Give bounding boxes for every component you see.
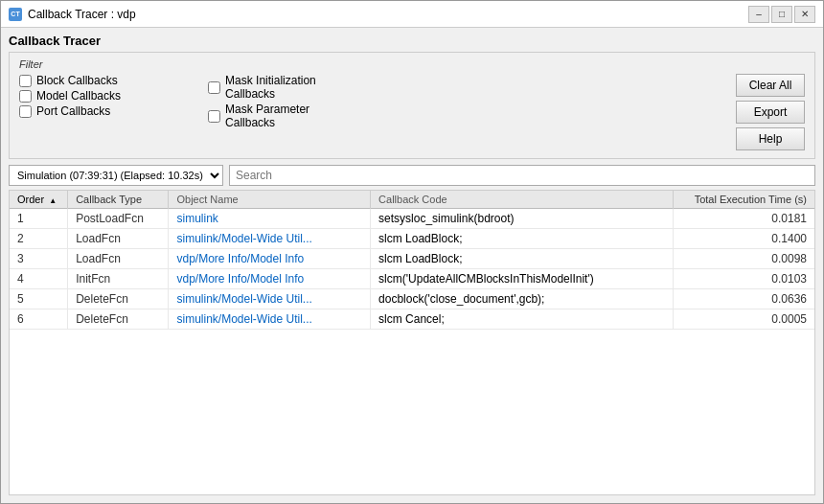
cell-exec-time: 0.0005 — [674, 309, 814, 330]
main-window: CT Callback Tracer : vdp – □ ✕ Callback … — [0, 0, 824, 504]
cell-object-name: vdp/More Info/Model Info — [169, 249, 371, 269]
cell-object-name: simulink — [169, 209, 371, 229]
title-bar-controls: – □ ✕ — [748, 6, 815, 23]
filter-col-right: Mask Initialization Callbacks Mask Param… — [208, 74, 339, 129]
table-row: 6DeleteFcnsimulink/Model-Wide Util...slc… — [10, 309, 814, 330]
search-input[interactable] — [229, 165, 815, 186]
cell-object-name: vdp/More Info/Model Info — [169, 269, 371, 289]
cell-object-name: simulink/Model-Wide Util... — [169, 309, 371, 330]
table-container: Order ▲ Callback Type Object Name Callba… — [9, 190, 815, 495]
object-name-link[interactable]: simulink/Model-Wide Util... — [176, 292, 311, 306]
simulation-dropdown[interactable]: Simulation (07:39:31) (Elapsed: 10.32s) — [9, 165, 223, 186]
cell-callback-type: InitFcn — [68, 269, 169, 289]
app-icon: CT — [9, 8, 22, 21]
model-callbacks-label: Model Callbacks — [36, 89, 121, 103]
app-title: Callback Tracer — [9, 34, 815, 48]
close-button[interactable]: ✕ — [794, 6, 815, 23]
window-title: Callback Tracer : vdp — [28, 8, 136, 21]
col-header-callback-code[interactable]: Callback Code — [371, 191, 674, 209]
filter-mask-init: Mask Initialization Callbacks — [208, 74, 339, 101]
cell-object-name: simulink/Model-Wide Util... — [169, 229, 371, 249]
port-callbacks-label: Port Callbacks — [36, 104, 110, 118]
filter-rows: Block Callbacks Model Callbacks Port Cal… — [19, 74, 339, 129]
col-header-callback-type[interactable]: Callback Type — [68, 191, 169, 209]
object-name-link[interactable]: vdp/More Info/Model Info — [176, 272, 304, 286]
title-bar-left: CT Callback Tracer : vdp — [9, 8, 136, 21]
table-row: 3LoadFcnvdp/More Info/Model Infoslcm Loa… — [10, 249, 814, 269]
filter-model-callbacks: Model Callbacks — [19, 89, 150, 103]
cell-callback-type: LoadFcn — [68, 249, 169, 269]
cell-callback-code: setsysloc_simulink(bdroot) — [371, 209, 674, 229]
table-header: Order ▲ Callback Type Object Name Callba… — [10, 191, 814, 209]
table-body: 1PostLoadFcnsimulinksetsysloc_simulink(b… — [10, 209, 814, 330]
cell-callback-type: PostLoadFcn — [68, 209, 169, 229]
object-name-link[interactable]: simulink/Model-Wide Util... — [176, 312, 311, 326]
cell-object-name: simulink/Model-Wide Util... — [169, 289, 371, 309]
object-name-link[interactable]: simulink — [176, 212, 217, 225]
title-bar: CT Callback Tracer : vdp – □ ✕ — [1, 1, 823, 28]
simulation-bar: Simulation (07:39:31) (Elapsed: 10.32s) — [9, 165, 815, 186]
object-name-link[interactable]: vdp/More Info/Model Info — [176, 252, 304, 265]
cell-order: 2 — [10, 229, 68, 249]
filter-mask-param: Mask Parameter Callbacks — [208, 103, 339, 129]
port-callbacks-checkbox[interactable] — [19, 105, 32, 118]
table-row: 1PostLoadFcnsimulinksetsysloc_simulink(b… — [10, 209, 814, 229]
cell-callback-code: slcm LoadBlock; — [371, 249, 674, 269]
cell-order: 3 — [10, 249, 68, 269]
filter-port-callbacks: Port Callbacks — [19, 104, 150, 118]
mask-init-label: Mask Initialization Callbacks — [225, 74, 339, 101]
mask-param-checkbox[interactable] — [208, 110, 220, 123]
cell-order: 4 — [10, 269, 68, 289]
cell-callback-type: DeleteFcn — [68, 289, 169, 309]
mask-init-checkbox[interactable] — [208, 81, 220, 94]
col-header-exec-time[interactable]: Total Execution Time (s) — [674, 191, 814, 209]
model-callbacks-checkbox[interactable] — [19, 90, 32, 103]
minimize-button[interactable]: – — [748, 6, 769, 23]
cell-exec-time: 0.0181 — [674, 209, 814, 229]
maximize-button[interactable]: □ — [771, 6, 792, 23]
filter-panel: Filter Block Callbacks Model Callbacks — [9, 52, 815, 159]
object-name-link[interactable]: simulink/Model-Wide Util... — [176, 232, 311, 245]
cell-callback-code: docblock('close_document',gcb); — [371, 289, 674, 309]
table-row: 4InitFcnvdp/More Info/Model Infoslcm('Up… — [10, 269, 814, 289]
cell-callback-code: slcm Cancel; — [371, 309, 674, 330]
col-header-object-name[interactable]: Object Name — [169, 191, 371, 209]
header-row: Order ▲ Callback Type Object Name Callba… — [10, 191, 814, 209]
help-button[interactable]: Help — [736, 127, 805, 150]
cell-exec-time: 0.0636 — [674, 289, 814, 309]
cell-callback-code: slcm LoadBlock; — [371, 229, 674, 249]
filter-block-callbacks: Block Callbacks — [19, 74, 150, 87]
cell-callback-code: slcm('UpdateAllCMBlocksInThisModelInit') — [371, 269, 674, 289]
filter-col-left: Block Callbacks Model Callbacks Port Cal… — [19, 74, 150, 129]
block-callbacks-checkbox[interactable] — [19, 75, 32, 87]
clear-all-button[interactable]: Clear All — [736, 74, 805, 97]
cell-order: 6 — [10, 309, 68, 330]
table-row: 5DeleteFcnsimulink/Model-Wide Util...doc… — [10, 289, 814, 309]
cell-callback-type: DeleteFcn — [68, 309, 169, 330]
mask-param-label: Mask Parameter Callbacks — [225, 103, 339, 129]
main-content: Callback Tracer Filter Block Callbacks M… — [1, 28, 823, 503]
col-header-order[interactable]: Order ▲ — [10, 191, 68, 209]
table-row: 2LoadFcnsimulink/Model-Wide Util...slcm … — [10, 229, 814, 249]
filter-label: Filter — [19, 58, 805, 70]
cell-exec-time: 0.0098 — [674, 249, 814, 269]
export-button[interactable]: Export — [736, 101, 805, 124]
cell-order: 1 — [10, 209, 68, 229]
cell-exec-time: 0.0103 — [674, 269, 814, 289]
action-buttons: Clear All Export Help — [736, 74, 805, 150]
cell-callback-type: LoadFcn — [68, 229, 169, 249]
block-callbacks-label: Block Callbacks — [36, 74, 118, 87]
callbacks-table: Order ▲ Callback Type Object Name Callba… — [10, 191, 814, 330]
cell-order: 5 — [10, 289, 68, 309]
cell-exec-time: 0.1400 — [674, 229, 814, 249]
